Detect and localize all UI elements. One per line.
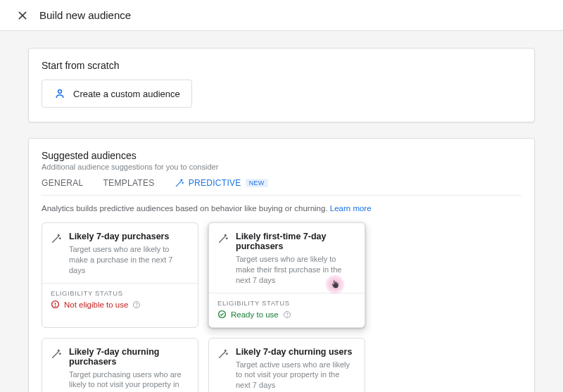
svg-point-2 bbox=[58, 90, 62, 94]
card-description: Target users who are likely to make a pu… bbox=[69, 244, 189, 276]
create-custom-audience-button[interactable]: Create a custom audience bbox=[42, 80, 192, 108]
card-text: Likely 7-day purchasersTarget users who … bbox=[69, 232, 189, 276]
svg-line-18 bbox=[220, 236, 225, 242]
predictive-cards: Likely 7-day purchasersTarget users who … bbox=[42, 222, 521, 392]
modal-header: Build new audience bbox=[0, 0, 563, 31]
svg-point-25 bbox=[287, 316, 288, 317]
svg-line-26 bbox=[53, 352, 58, 358]
eligibility-status: Not eligible to use bbox=[51, 300, 189, 310]
learn-more-link[interactable]: Learn more bbox=[330, 204, 372, 213]
card-title: Likely 7-day churning users bbox=[236, 347, 356, 357]
eligibility-text: Ready to use bbox=[231, 310, 279, 319]
create-custom-audience-label: Create a custom audience bbox=[73, 89, 180, 99]
scratch-title: Start from scratch bbox=[42, 60, 521, 71]
suggested-title: Suggested audiences bbox=[42, 150, 521, 161]
tab-predictive[interactable]: PREDICTIVE NEW bbox=[175, 178, 268, 188]
svg-line-3 bbox=[176, 182, 181, 186]
wand-icon bbox=[175, 178, 184, 188]
scratch-panel: Start from scratch Create a custom audie… bbox=[28, 48, 535, 122]
eligibility-status: Ready to use bbox=[217, 310, 356, 320]
card-footer: ELIGIBILITY STATUSNot eligible to use bbox=[42, 283, 198, 317]
card-description: Target users who are likely to make thei… bbox=[236, 254, 356, 286]
predictive-card[interactable]: Likely 7-day churning usersTarget active… bbox=[208, 338, 365, 392]
alert-circle-icon bbox=[51, 300, 60, 310]
page-title: Build new audience bbox=[39, 9, 131, 21]
eligibility-label: ELIGIBILITY STATUS bbox=[51, 289, 189, 297]
explainer-text: Analytics builds predictive audiences ba… bbox=[42, 204, 328, 213]
wand-icon bbox=[51, 233, 62, 276]
card-title: Likely first-time 7-day purchasers bbox=[236, 232, 356, 251]
svg-point-17 bbox=[137, 306, 137, 307]
card-description: Target purchasing users who are likely t… bbox=[69, 369, 189, 392]
predictive-card[interactable]: Likely first-time 7-day purchasersTarget… bbox=[208, 222, 365, 328]
new-badge: NEW bbox=[246, 179, 268, 187]
tab-general[interactable]: GENERAL bbox=[42, 178, 83, 188]
card-top: Likely first-time 7-day purchasersTarget… bbox=[209, 223, 365, 293]
check-circle-icon bbox=[217, 310, 227, 320]
eligibility-label: ELIGIBILITY STATUS bbox=[217, 299, 356, 307]
card-description: Target active users who are likely to no… bbox=[236, 360, 356, 391]
close-button[interactable] bbox=[11, 4, 34, 27]
wand-icon bbox=[217, 233, 229, 286]
page-body: Start from scratch Create a custom audie… bbox=[0, 31, 563, 392]
card-text: Likely 7-day churning purchasersTarget p… bbox=[69, 347, 189, 392]
card-footer: ELIGIBILITY STATUSReady to use bbox=[209, 293, 365, 327]
card-text: Likely first-time 7-day purchasersTarget… bbox=[236, 232, 356, 286]
card-title: Likely 7-day churning purchasers bbox=[69, 347, 189, 367]
tab-predictive-label: PREDICTIVE bbox=[189, 178, 241, 188]
predictive-card[interactable]: Likely 7-day churning purchasersTarget p… bbox=[42, 338, 198, 392]
svg-point-15 bbox=[55, 305, 56, 306]
svg-line-8 bbox=[53, 236, 58, 242]
card-title: Likely 7-day purchasers bbox=[69, 232, 189, 241]
person-icon bbox=[53, 87, 66, 100]
close-icon bbox=[17, 10, 28, 21]
help-icon[interactable] bbox=[283, 310, 291, 319]
eligibility-text: Not eligible to use bbox=[64, 301, 128, 309]
predictive-card[interactable]: Likely 7-day purchasersTarget users who … bbox=[42, 222, 198, 328]
wand-icon bbox=[217, 348, 229, 391]
card-top: Likely 7-day churning usersTarget active… bbox=[209, 339, 365, 392]
suggested-tabs: GENERAL TEMPLATES PREDICTIVE NEW bbox=[42, 178, 521, 196]
card-top: Likely 7-day churning purchasersTarget p… bbox=[42, 339, 198, 392]
suggested-panel: Suggested audiences Additional audience … bbox=[28, 138, 535, 392]
card-text: Likely 7-day churning usersTarget active… bbox=[236, 347, 356, 391]
tab-templates[interactable]: TEMPLATES bbox=[103, 178, 154, 188]
predictive-explainer: Analytics builds predictive audiences ba… bbox=[42, 204, 521, 213]
wand-icon bbox=[51, 348, 62, 392]
card-top: Likely 7-day purchasersTarget users who … bbox=[42, 223, 198, 283]
svg-line-34 bbox=[220, 352, 225, 358]
help-icon[interactable] bbox=[132, 301, 141, 309]
suggested-subtitle: Additional audience suggestions for you … bbox=[42, 163, 521, 171]
